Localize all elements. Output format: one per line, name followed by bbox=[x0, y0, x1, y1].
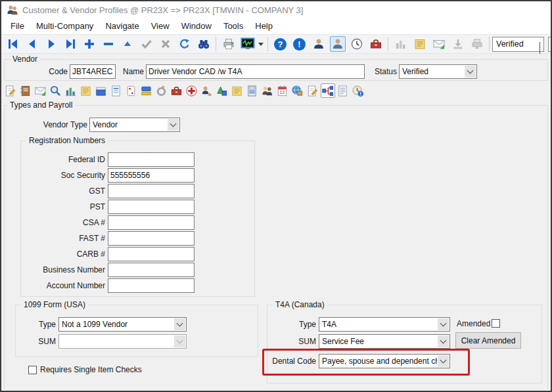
export-icon[interactable] bbox=[469, 36, 485, 52]
chart-icon[interactable] bbox=[393, 36, 409, 52]
person-export-icon[interactable] bbox=[200, 83, 214, 98]
business-number-input[interactable] bbox=[108, 263, 195, 277]
carb-input[interactable] bbox=[108, 247, 195, 261]
menu-view[interactable]: View bbox=[145, 18, 175, 34]
vendor-profile-icon[interactable] bbox=[330, 36, 346, 52]
notes-icon[interactable] bbox=[79, 83, 93, 98]
chevron-down-icon bbox=[438, 336, 449, 347]
last-record-icon[interactable] bbox=[62, 36, 78, 52]
chart-icon[interactable] bbox=[64, 83, 78, 98]
fast-input[interactable] bbox=[108, 231, 195, 246]
amended-checkbox[interactable] bbox=[492, 319, 500, 328]
report-icon[interactable] bbox=[109, 83, 124, 98]
t4a-type-dropdown[interactable]: T4A bbox=[319, 317, 450, 332]
form-1099-group: 1099 Form (USA) Type Not a 1099 Vendor S… bbox=[15, 305, 258, 357]
email-icon[interactable] bbox=[34, 83, 48, 98]
cancel-icon[interactable] bbox=[158, 36, 173, 52]
menu-bar: File Multi-Company Navigate View Window … bbox=[1, 18, 551, 34]
print-icon[interactable] bbox=[221, 36, 237, 52]
search-icon[interactable] bbox=[49, 83, 63, 98]
next-record-icon[interactable] bbox=[43, 36, 59, 52]
status-dropdown[interactable]: Verified bbox=[399, 64, 477, 79]
menu-file[interactable]: File bbox=[5, 18, 30, 34]
find-icon[interactable] bbox=[196, 36, 212, 52]
previous-record-icon[interactable] bbox=[24, 36, 40, 52]
toolbar-separator bbox=[489, 37, 490, 51]
chevron-down-icon bbox=[174, 336, 185, 347]
form-1099-sum-label: SUM bbox=[25, 334, 56, 349]
name-input[interactable] bbox=[146, 64, 365, 79]
customer-profile-icon[interactable] bbox=[311, 36, 327, 52]
help-icon[interactable]: ? bbox=[273, 36, 288, 52]
clock-icon[interactable] bbox=[349, 36, 365, 52]
session-info-icon[interactable] bbox=[351, 83, 365, 98]
chevron-down-icon bbox=[168, 119, 179, 131]
scope-filter-dropdown[interactable]: All bbox=[548, 37, 552, 52]
code-label: Code bbox=[24, 64, 68, 79]
clear-amended-button[interactable]: Clear Amended bbox=[455, 332, 521, 349]
about-icon[interactable]: ! bbox=[292, 36, 308, 52]
federal-id-input[interactable] bbox=[108, 152, 195, 167]
medical-icon[interactable] bbox=[185, 83, 199, 98]
delete-record-icon[interactable] bbox=[101, 36, 116, 52]
shapes-icon[interactable] bbox=[215, 83, 229, 98]
save-icon[interactable] bbox=[139, 36, 154, 52]
menu-help[interactable]: Help bbox=[249, 18, 279, 34]
menu-tools[interactable]: Tools bbox=[218, 18, 249, 34]
people-icon[interactable] bbox=[260, 83, 275, 98]
vendor-type-dropdown[interactable]: Vendor bbox=[89, 118, 180, 132]
org-chart-icon[interactable] bbox=[321, 83, 335, 98]
pst-label: PST bbox=[21, 200, 105, 214]
card-file-icon[interactable] bbox=[94, 83, 108, 98]
first-record-icon[interactable] bbox=[5, 36, 21, 52]
chevron-down-icon bbox=[540, 42, 540, 54]
gst-label: GST bbox=[21, 184, 105, 198]
payment-icon[interactable] bbox=[139, 83, 154, 98]
edit-document-2-icon[interactable] bbox=[306, 83, 320, 98]
menu-multi-company[interactable]: Multi-Company bbox=[30, 18, 99, 34]
refresh-icon[interactable] bbox=[177, 36, 193, 52]
calculator-icon[interactable] bbox=[245, 83, 260, 98]
status-label: Status bbox=[349, 64, 397, 79]
document-lines-icon[interactable] bbox=[336, 83, 350, 98]
email-icon[interactable] bbox=[431, 36, 447, 52]
add-record-icon[interactable] bbox=[81, 36, 97, 52]
card-icon[interactable] bbox=[124, 83, 139, 98]
about-glyph: ! bbox=[293, 38, 306, 51]
globe-package-icon[interactable] bbox=[290, 83, 305, 98]
import-icon[interactable] bbox=[450, 36, 466, 52]
toolbar-separator bbox=[216, 37, 216, 51]
pst-input[interactable] bbox=[108, 200, 195, 214]
form-1099-sum-dropdown[interactable] bbox=[58, 334, 187, 349]
menu-window[interactable]: Window bbox=[175, 18, 218, 34]
menu-navigate[interactable]: Navigate bbox=[99, 18, 145, 34]
calendar-icon[interactable]: 12 bbox=[275, 83, 290, 98]
toolbox-icon[interactable] bbox=[368, 36, 384, 52]
status-filter-dropdown[interactable]: Verified bbox=[492, 37, 544, 52]
notepad-icon[interactable] bbox=[230, 83, 244, 98]
soc-security-label: Soc Security bbox=[21, 168, 105, 183]
dental-code-dropdown[interactable]: Payee, spouse and dependent chi bbox=[319, 354, 450, 368]
t4a-label: T4A (Canada) bbox=[273, 300, 327, 309]
form-1099-type-dropdown[interactable]: Not a 1099 Vendor bbox=[58, 317, 187, 332]
link-icon[interactable] bbox=[154, 83, 169, 98]
t4a-sum-dropdown[interactable]: Service Fee bbox=[319, 334, 450, 349]
toolbox-icon[interactable] bbox=[170, 83, 184, 98]
chevron-down-icon bbox=[465, 66, 476, 77]
app-people-icon bbox=[7, 4, 18, 16]
monitor-icon[interactable] bbox=[240, 36, 256, 52]
account-number-input[interactable] bbox=[108, 278, 195, 293]
address-book-icon[interactable] bbox=[18, 83, 33, 98]
caret-down-icon bbox=[258, 43, 264, 46]
dental-code-label: Dental Code bbox=[270, 354, 316, 368]
single-item-checks-checkbox[interactable] bbox=[28, 366, 37, 374]
csa-input[interactable] bbox=[108, 215, 195, 230]
toolbar-separator bbox=[267, 37, 268, 51]
t4a-type-label: Type bbox=[286, 317, 316, 332]
notes-icon[interactable] bbox=[412, 36, 428, 52]
collapse-icon[interactable] bbox=[120, 36, 135, 52]
monitor-dropdown-icon[interactable] bbox=[257, 36, 265, 52]
edit-document-icon[interactable] bbox=[3, 83, 18, 98]
gst-input[interactable] bbox=[108, 184, 195, 198]
soc-security-input[interactable] bbox=[108, 168, 195, 183]
